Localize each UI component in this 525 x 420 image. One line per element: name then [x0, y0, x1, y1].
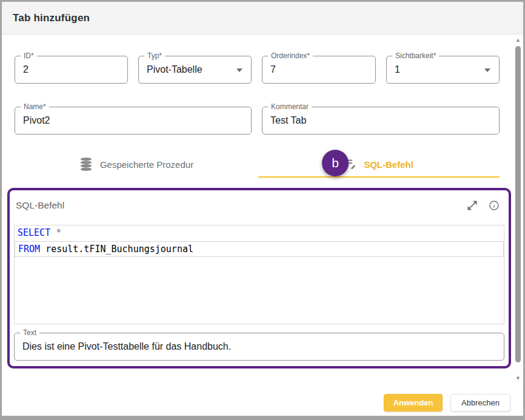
orderindex-field[interactable]: Orderindex* 7: [262, 56, 376, 84]
typ-select[interactable]: Typ* Pivot-Tabelle: [138, 56, 252, 84]
orderindex-field-value: 7: [270, 56, 357, 83]
name-field-value: Pivot2: [23, 107, 233, 134]
arrow-down-icon[interactable]: ▼: [514, 374, 522, 382]
scrollbar-thumb[interactable]: [515, 46, 521, 362]
tab-sql-befehl[interactable]: SQL-Befehl: [257, 148, 500, 180]
apply-button[interactable]: Anwenden: [384, 394, 443, 412]
sql-panel-title: SQL-Befehl: [16, 200, 456, 211]
kommentar-field[interactable]: Kommentar Test Tab: [262, 107, 500, 135]
id-field[interactable]: ID* 2: [15, 56, 128, 84]
arrow-up-icon[interactable]: ▲: [514, 36, 522, 44]
sql-token: result.tFIN_Buchungsjournal: [40, 244, 193, 255]
info-icon[interactable]: [488, 199, 500, 212]
cancel-button[interactable]: Abbrechen: [450, 394, 510, 412]
chevron-down-icon: [236, 68, 242, 72]
tab-label: SQL-Befehl: [364, 159, 413, 170]
dialog-header: Tab hinzufügen: [2, 2, 523, 35]
open-in-full-icon[interactable]: [466, 199, 478, 212]
typ-select-value: Pivot-Tabelle: [147, 56, 233, 83]
tab-bar: Gespeicherte Prozedur SQL-Befehl: [15, 148, 500, 180]
tab-gespeicherte-prozedur[interactable]: Gespeicherte Prozedur: [15, 148, 257, 180]
sql-keyword: FROM: [18, 244, 40, 255]
text-field-value: Dies ist eine Pivot-Testtabelle für das …: [22, 333, 486, 360]
sql-code-line-active: FROM result.tFIN_Buchungsjournal: [15, 241, 504, 257]
text-field[interactable]: Text Dies ist eine Pivot-Testtabelle für…: [14, 333, 504, 361]
sichtbarkeit-select[interactable]: Sichtbarkeit* 1: [386, 56, 500, 84]
sql-code-line: SELECT *: [15, 225, 504, 241]
sql-panel: SQL-Befehl SELECT * FROM result.tFIN_: [7, 188, 511, 368]
database-icon: [78, 156, 94, 172]
sql-code-editor[interactable]: SELECT * FROM result.tFIN_Buchungsjourna…: [14, 225, 504, 324]
id-field-value: 2: [23, 56, 109, 83]
sichtbarkeit-select-value: 1: [395, 56, 481, 83]
dialog-title: Tab hinzufügen: [13, 12, 90, 24]
annotation-badge-b: b: [322, 150, 349, 176]
sql-token: *: [50, 227, 61, 238]
name-field[interactable]: Name* Pivot2: [15, 107, 252, 135]
tab-label: Gespeicherte Prozedur: [100, 159, 193, 170]
kommentar-field-value: Test Tab: [270, 107, 481, 134]
sql-panel-header: SQL-Befehl: [10, 190, 509, 218]
sql-keyword: SELECT: [18, 227, 50, 238]
dialog-window: Tab hinzufügen ID* 2 Typ* Pivot-Tabelle …: [0, 0, 525, 420]
dialog-content: ID* 2 Typ* Pivot-Tabelle Orderindex* 7 S…: [2, 35, 523, 415]
chevron-down-icon: [484, 68, 490, 72]
vertical-scrollbar[interactable]: ▲ ▼: [514, 36, 522, 382]
